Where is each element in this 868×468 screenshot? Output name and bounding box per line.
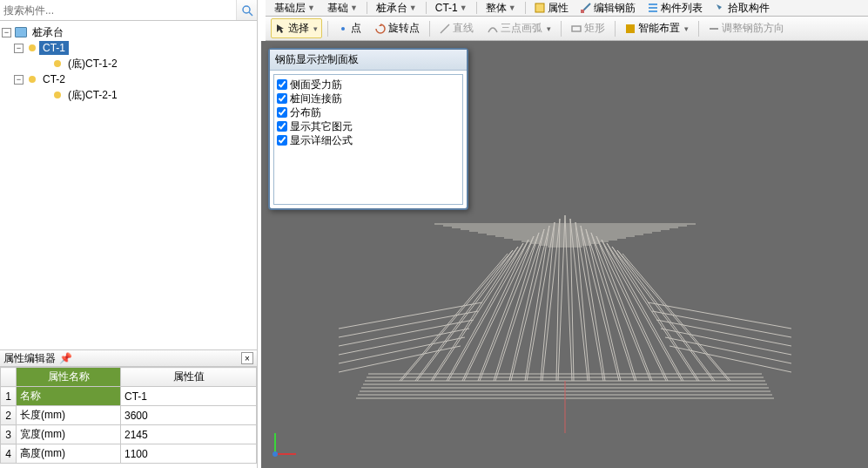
folder-icon (15, 27, 27, 37)
svg-line-31 (607, 243, 697, 381)
svg-line-35 (617, 250, 715, 381)
collapse-icon[interactable]: − (14, 44, 24, 53)
axis-gizmo (266, 428, 301, 463)
combo-member[interactable]: CT-1▼ (432, 2, 471, 14)
combo-floor[interactable]: 基础层▼ (271, 1, 319, 16)
member-icon (52, 90, 63, 100)
svg-line-6 (441, 24, 449, 33)
svg-point-5 (341, 27, 345, 31)
col-value: 属性值 (121, 368, 257, 387)
tree-node-ct1[interactable]: −CT-1 (14, 40, 255, 56)
svg-line-36 (612, 247, 699, 381)
chk-item[interactable]: 桩间连接筋 (277, 92, 460, 105)
property-panel-header: 属性编辑器 📌 × (0, 349, 258, 367)
wireframe-model (295, 119, 835, 433)
close-icon[interactable]: × (241, 352, 253, 364)
svg-line-14 (431, 247, 518, 381)
tree-leaf[interactable]: (底)CT-1-2 (38, 56, 255, 71)
collapse-icon[interactable]: − (14, 75, 24, 85)
tree-root[interactable]: −桩承台 (2, 24, 255, 40)
combo-category[interactable]: 基础▼ (324, 1, 361, 16)
svg-rect-4 (649, 10, 657, 12)
property-grid: 属性名称 属性值 1名称CT-1 2长度(mm)3600 3宽度(mm)2145… (0, 367, 258, 468)
btn-point[interactable]: 点 (333, 18, 366, 38)
viewport-3d[interactable]: 钢筋显示控制面板 侧面受力筋 桩间连接筋 分布筋 显示其它图元 显示详细公式 (261, 41, 868, 468)
svg-line-32 (612, 247, 713, 381)
member-icon (27, 43, 37, 53)
svg-rect-8 (626, 24, 635, 33)
svg-line-29 (596, 236, 666, 381)
search-bar (0, 0, 258, 21)
svg-rect-0 (535, 3, 544, 12)
svg-point-73 (273, 451, 278, 457)
chk-item[interactable]: 分布筋 (277, 105, 460, 119)
svg-line-54 (417, 247, 518, 381)
svg-rect-7 (572, 26, 581, 31)
checkbox[interactable] (277, 93, 287, 104)
btn-select[interactable]: 选择▾ (271, 18, 322, 38)
table-row[interactable]: 2长度(mm)3600 (1, 406, 257, 425)
btn-pick-member[interactable]: 拾取构件 (711, 1, 773, 16)
tree-label: CT-2 (39, 72, 69, 86)
tree-leaf[interactable]: (底)CT-2-1 (38, 87, 255, 103)
col-name: 属性名称 (17, 368, 121, 387)
svg-line-16 (462, 240, 528, 381)
combo-scope[interactable]: 整体▼ (482, 1, 520, 16)
draw-toolbar: 选择▾ 点 旋转点 直线 三点画弧▾ 矩形 智能布置▾ 调整钢筋方向 (266, 17, 868, 41)
svg-line-13 (415, 250, 513, 381)
checkbox[interactable] (277, 107, 287, 118)
tree-label: (底)CT-1-2 (64, 56, 121, 72)
btn-member-list[interactable]: 构件列表 (644, 1, 706, 16)
collapse-icon[interactable]: − (2, 28, 11, 37)
property-panel-title: 属性编辑器 (3, 351, 56, 366)
svg-line-21 (541, 222, 555, 381)
chk-item[interactable]: 侧面受力筋 (277, 78, 460, 92)
btn-rotate-point[interactable]: 旋转点 (371, 18, 424, 38)
svg-line-43 (575, 222, 589, 381)
svg-point-10 (243, 6, 250, 13)
btn-smart-layout[interactable]: 智能布置▾ (621, 18, 693, 38)
svg-line-51 (464, 236, 534, 381)
table-row[interactable]: 3宽度(mm)2145 (1, 425, 257, 444)
table-row[interactable]: 4高度(mm)1100 (1, 444, 257, 464)
svg-line-11 (249, 12, 252, 16)
tree-node-ct2[interactable]: −CT-2 (14, 71, 255, 87)
member-icon (52, 58, 63, 69)
tree-label: (底)CT-2-1 (64, 87, 121, 104)
member-tree: −桩承台 −CT-1 (底)CT-1-2 −CT-2 (底)CT-2-1 (0, 21, 258, 349)
svg-rect-3 (649, 7, 657, 9)
svg-rect-1 (581, 10, 584, 13)
panel-title: 钢筋显示控制面板 (270, 50, 467, 71)
btn-edit-rebar[interactable]: 编辑钢筋 (577, 1, 639, 16)
search-button[interactable] (236, 0, 257, 20)
checkbox[interactable] (277, 135, 287, 146)
search-input[interactable] (0, 0, 236, 20)
btn-adjust-rebar-dir[interactable]: 调整钢筋方向 (704, 18, 789, 38)
btn-rect[interactable]: 矩形 (567, 18, 609, 38)
table-row[interactable]: 1名称CT-1 (1, 387, 257, 406)
corner-cell (1, 368, 17, 387)
tree-label: CT-1 (39, 41, 69, 55)
svg-rect-9 (710, 28, 718, 30)
svg-rect-2 (649, 3, 657, 5)
svg-line-53 (433, 243, 523, 381)
tree-label: 桩承台 (29, 24, 67, 41)
btn-arc3[interactable]: 三点画弧▾ (483, 18, 555, 38)
member-icon (27, 74, 37, 85)
checkbox[interactable] (277, 79, 287, 90)
combo-type[interactable]: 桩承台▼ (373, 1, 421, 16)
svg-line-38 (602, 240, 668, 381)
pin-icon[interactable]: 📌 (59, 352, 71, 364)
checkbox[interactable] (277, 121, 287, 132)
top-toolbar: 基础层▼ 基础▼ 桩承台▼ CT-1▼ 整体▼ 属性 编辑钢筋 构件列表 拾取构… (266, 0, 868, 17)
svg-line-34 (622, 254, 730, 381)
search-icon (241, 4, 253, 17)
btn-property[interactable]: 属性 (531, 1, 572, 16)
svg-line-12 (400, 254, 508, 381)
btn-line[interactable]: 直线 (435, 18, 478, 38)
